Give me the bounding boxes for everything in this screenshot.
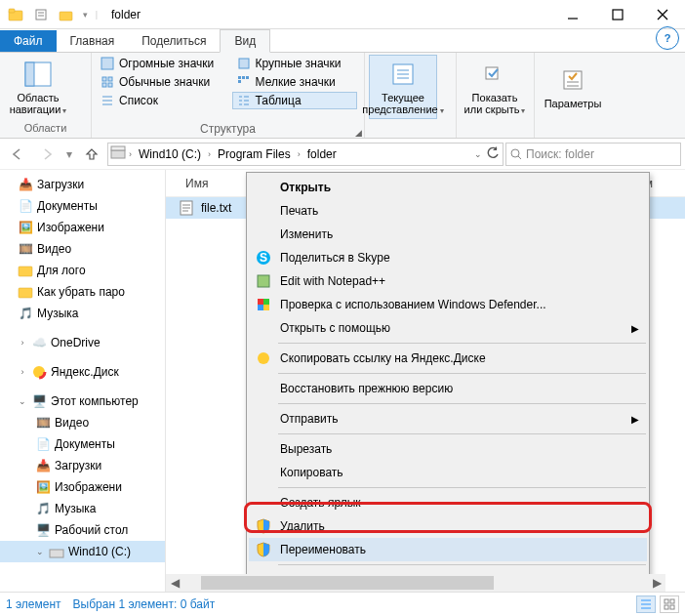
chevron-right-icon[interactable]: › [128, 149, 133, 159]
ctx-delete[interactable]: Удалить [249, 514, 647, 538]
address-row: ▾ › Wind10 (C:) › Program Files › folder… [0, 139, 685, 170]
up-button[interactable] [78, 142, 105, 167]
tree-pc-documents[interactable]: 📄Документы [0, 433, 165, 455]
tree-pictures[interactable]: 🖼️Изображени [0, 217, 165, 238]
tree-drive-c[interactable]: ⌄Wind10 (C:) [0, 541, 165, 562]
search-input[interactable]: Поиск: folder [505, 143, 681, 166]
submenu-arrow-icon: ▶ [631, 323, 639, 334]
tree-this-pc[interactable]: ⌄🖥️Этот компьютер [0, 390, 165, 412]
tree-downloads[interactable]: 📥Загрузки [0, 174, 165, 195]
tab-file[interactable]: Файл [0, 30, 57, 52]
current-view-button[interactable]: Текущее представление [369, 55, 437, 119]
minimize-button[interactable] [550, 0, 595, 29]
layout-list[interactable]: Список [96, 92, 226, 109]
folder-icon [4, 4, 27, 25]
horizontal-scrollbar[interactable]: ◀▶ [166, 574, 665, 592]
breadcrumb[interactable]: Program Files [214, 145, 295, 163]
ctx-notepadpp[interactable]: Edit with Notepad++ [249, 269, 647, 293]
ctx-rename[interactable]: Переименовать [249, 538, 647, 561]
chevron-right-icon[interactable]: › [207, 149, 212, 159]
ctx-restore[interactable]: Восстановить прежнюю версию [249, 377, 647, 400]
svg-rect-55 [258, 299, 263, 305]
view-thumbnails-icon[interactable] [660, 595, 679, 613]
tree-pc-music[interactable]: 🎵Музыка [0, 498, 165, 519]
svg-rect-23 [246, 76, 249, 79]
svg-rect-40 [111, 146, 125, 150]
ctx-copy[interactable]: Копировать [249, 461, 647, 484]
ctx-send-to[interactable]: Отправить▶ [249, 407, 647, 431]
svg-rect-43 [19, 267, 32, 276]
drive-icon [110, 144, 126, 163]
svg-rect-24 [238, 80, 241, 83]
svg-rect-1 [9, 9, 15, 13]
layout-huge[interactable]: Огромные значки [96, 55, 226, 72]
svg-rect-66 [670, 605, 674, 609]
layout-small[interactable]: Мелкие значки [232, 73, 357, 91]
ctx-defender[interactable]: Проверка с использованием Windows Defend… [249, 293, 647, 316]
svg-rect-15 [102, 83, 106, 87]
ctx-skype[interactable]: SПоделиться в Skype [249, 246, 647, 269]
tree-folder-howto[interactable]: Как убрать паро [0, 281, 165, 303]
tree-yandex-disk[interactable]: ›Яндекс.Диск [0, 361, 165, 383]
ctx-edit[interactable]: Изменить [249, 223, 647, 246]
group-layout-label: Структура◢ [92, 122, 364, 138]
defender-icon [255, 296, 272, 313]
refresh-button[interactable] [485, 146, 501, 162]
search-icon [510, 148, 522, 160]
close-button[interactable] [640, 0, 685, 29]
tree-music[interactable]: 🎵Музыка [0, 303, 165, 324]
tab-home[interactable]: Главная [57, 30, 129, 52]
svg-rect-56 [263, 299, 269, 305]
tab-share[interactable]: Поделиться [128, 30, 220, 52]
tree-pc-downloads[interactable]: 📥Загрузки [0, 455, 165, 476]
tree-documents[interactable]: 📄Документы [0, 195, 165, 217]
window-title: folder [111, 8, 141, 21]
layout-large[interactable]: Крупные значки [232, 55, 357, 72]
tree-video[interactable]: 🎞️Видео [0, 238, 165, 260]
ctx-create-shortcut[interactable]: Создать ярлык [249, 491, 647, 514]
svg-rect-57 [258, 305, 263, 310]
help-button[interactable]: ? [656, 26, 679, 50]
status-bar: 1 элемент Выбран 1 элемент: 0 байт [0, 592, 685, 615]
ctx-print[interactable]: Печать [249, 199, 647, 223]
tree-onedrive[interactable]: ›☁️OneDrive [0, 332, 165, 353]
options-button[interactable]: Параметры [539, 55, 607, 119]
ctx-open-with[interactable]: Открыть с помощью▶ [249, 316, 647, 340]
breadcrumb[interactable]: folder [303, 145, 341, 163]
tree-desktop[interactable]: 🖥️Рабочий стол [0, 519, 165, 541]
ctx-open[interactable]: Открыть [249, 176, 647, 199]
tree-folder-logo[interactable]: Для лого [0, 260, 165, 281]
recent-button[interactable]: ▾ [62, 142, 76, 167]
address-dropdown[interactable]: ⌄ [473, 149, 483, 159]
status-selection: Выбран 1 элемент: 0 байт [73, 597, 216, 611]
breadcrumb[interactable]: Wind10 (C:) [135, 145, 205, 163]
new-folder-qat[interactable] [55, 4, 78, 25]
svg-rect-14 [108, 77, 112, 81]
nav-pane-button[interactable]: Область навигации [4, 55, 72, 119]
back-button[interactable] [4, 142, 31, 167]
ribbon: Область навигации Области Огромные значк… [0, 53, 685, 139]
svg-rect-2 [36, 10, 46, 20]
tree-pc-video[interactable]: 🎞️Видео [0, 412, 165, 433]
chevron-right-icon[interactable]: › [297, 149, 302, 159]
view-details-icon[interactable] [636, 595, 656, 613]
show-hide-button[interactable]: Показать или скрыть [461, 55, 529, 119]
ctx-cut[interactable]: Вырезать [249, 437, 647, 461]
forward-button[interactable] [33, 142, 60, 167]
layout-details[interactable]: Таблица [232, 92, 357, 109]
svg-rect-47 [50, 550, 63, 557]
qat-dropdown[interactable]: ▾ [80, 10, 90, 20]
layout-normal[interactable]: Обычные значки [96, 73, 226, 91]
svg-rect-65 [665, 605, 668, 609]
properties-qat[interactable] [29, 4, 53, 25]
ribbon-tabs: Файл Главная Поделиться Вид ? [0, 29, 685, 53]
svg-line-42 [518, 156, 521, 159]
ctx-yandex-link[interactable]: Скопировать ссылку на Яндекс.Диске [249, 347, 647, 370]
file-list-pane: Имя⌃ Дата изменения Тип Разм file.txt 23… [166, 170, 685, 592]
notepad-icon [255, 272, 272, 290]
tree-pc-pictures[interactable]: 🖼️Изображени [0, 476, 165, 498]
tab-view[interactable]: Вид [220, 29, 270, 53]
address-bar[interactable]: › Wind10 (C:) › Program Files › folder ⌄ [107, 143, 504, 166]
maximize-button[interactable] [595, 0, 640, 29]
svg-rect-20 [239, 59, 249, 68]
